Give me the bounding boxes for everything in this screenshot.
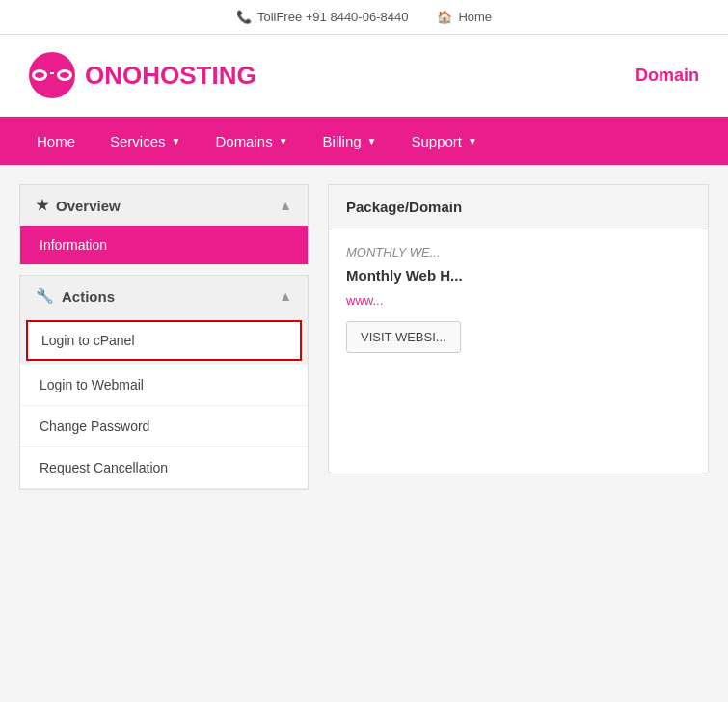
visit-website-button[interactable]: VISIT WEBSI... [346, 321, 461, 353]
logo-area: ONOHOSTING [29, 52, 256, 98]
top-bar: 📞 TollFree +91 8440-06-8440 🏠 Home [0, 0, 728, 35]
overview-header: ★ Overview ▲ [20, 185, 308, 226]
nav-domains[interactable]: Domains ▼ [198, 117, 305, 165]
actions-collapse-icon[interactable]: ▲ [279, 288, 292, 304]
actions-section: 🔧 Actions ▲ Login to cPanel Login to Web… [19, 275, 309, 490]
header: ONOHOSTING Domain [0, 35, 728, 117]
nav-support-label: Support [411, 133, 462, 149]
request-cancellation-item[interactable]: Request Cancellation [20, 447, 308, 489]
glasses-icon [32, 69, 72, 81]
overview-title: Overview [56, 198, 121, 214]
logo-part2: HOSTING [142, 61, 256, 90]
right-panel-link[interactable]: www... [346, 293, 690, 308]
right-panel-header: Package/Domain [329, 185, 708, 230]
glass-right [57, 69, 72, 81]
home-icon: 🏠 [437, 10, 452, 24]
phone-icon: 📞 [236, 10, 252, 24]
nav-domains-arrow-icon: ▼ [279, 136, 288, 147]
change-password-item[interactable]: Change Password [20, 406, 308, 447]
logo-icon [29, 52, 75, 98]
nav-billing-label: Billing [323, 133, 362, 149]
change-password-label: Change Password [40, 418, 149, 434]
right-panel-value: Monthly Web H... [346, 267, 690, 284]
nav-billing[interactable]: Billing ▼ [306, 117, 394, 165]
wrench-icon: 🔧 [36, 287, 54, 305]
nav-home-label: Home [37, 133, 75, 149]
sidebar-panel: ★ Overview ▲ Information 🔧 Actions ▲ Log… [19, 184, 309, 500]
logo-text: ONOHOSTING [85, 61, 256, 91]
tollfree-item: 📞 TollFree +91 8440-06-8440 [236, 10, 408, 24]
main-content: ★ Overview ▲ Information 🔧 Actions ▲ Log… [0, 165, 728, 519]
nav-domains-label: Domains [215, 133, 272, 149]
nav-services-label: Services [110, 133, 166, 149]
login-webmail-label: Login to Webmail [40, 377, 144, 392]
login-cpanel-label: Login to cPanel [41, 333, 135, 348]
login-cpanel-item[interactable]: Login to cPanel [26, 320, 302, 361]
login-webmail-item[interactable]: Login to Webmail [20, 364, 308, 406]
star-icon: ★ [36, 197, 48, 214]
tollfree-text: TollFree +91 8440-06-8440 [257, 10, 408, 24]
logo-part1: ONO [85, 61, 142, 90]
nav-services[interactable]: Services ▼ [93, 117, 198, 165]
overview-section: ★ Overview ▲ Information [19, 184, 309, 265]
right-panel-content: MONTHLY WE... Monthly Web H... www... VI… [329, 230, 708, 368]
right-panel: Package/Domain MONTHLY WE... Monthly Web… [328, 184, 709, 473]
right-panel-sublabel: MONTHLY WE... [346, 245, 690, 259]
header-domain-link[interactable]: Domain [635, 66, 699, 86]
information-label: Information [40, 237, 107, 253]
glass-left [32, 69, 47, 81]
overview-collapse-icon[interactable]: ▲ [279, 198, 292, 213]
home-text: Home [458, 10, 492, 24]
request-cancellation-label: Request Cancellation [40, 460, 168, 475]
actions-header: 🔧 Actions ▲ [20, 276, 308, 316]
information-item[interactable]: Information [20, 226, 308, 264]
overview-header-left: ★ Overview [36, 197, 121, 214]
nav-billing-arrow-icon: ▼ [367, 136, 377, 147]
actions-title: Actions [62, 288, 115, 305]
nav-support[interactable]: Support ▼ [393, 117, 494, 165]
navbar: Home Services ▼ Domains ▼ Billing ▼ Supp… [0, 117, 728, 165]
nav-services-arrow-icon: ▼ [172, 136, 181, 147]
glass-bridge [50, 72, 54, 74]
home-link[interactable]: 🏠 Home [437, 10, 492, 24]
nav-support-arrow-icon: ▼ [468, 136, 477, 147]
nav-home[interactable]: Home [19, 117, 93, 165]
actions-header-left: 🔧 Actions [36, 287, 115, 305]
